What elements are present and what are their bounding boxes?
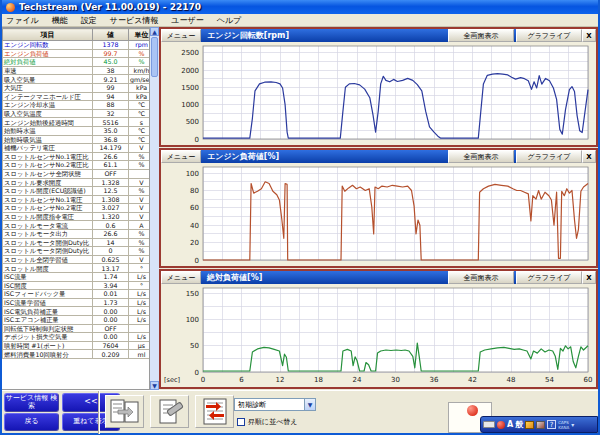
report-edit-icon[interactable]: [150, 395, 189, 428]
table-row[interactable]: 噴射時間 #1(ポート)7604μs: [3, 341, 151, 350]
scroll-thumb[interactable]: [151, 37, 158, 77]
table-row[interactable]: エンジン負荷値99.7%: [3, 49, 151, 58]
table-row[interactable]: ISCエアコン補正量0.00L/s: [3, 316, 151, 325]
ime-tools-icon[interactable]: [536, 421, 545, 429]
table-row[interactable]: デポジット損失空気量0.00L/s: [3, 333, 151, 342]
table-row[interactable]: スロットルモータ出力26.6%: [3, 230, 151, 239]
ime-pad-icon[interactable]: [525, 421, 534, 429]
table-cell-val: 0: [93, 247, 129, 256]
table-row[interactable]: 車速38km/h: [3, 66, 151, 75]
bottom-bar: サービス情報 検索 << 戻る 重ねて表示 初期診断 ▼ 昇順に並べ替え A: [2, 390, 598, 433]
table-cell-val: 14: [93, 238, 129, 247]
ime-conversion-mode[interactable]: 般: [515, 419, 523, 430]
ime-language-bar[interactable]: A 般 ? CAPS KANA ▾: [480, 416, 598, 433]
chart-menu-button[interactable]: メニュー: [161, 271, 201, 284]
table-row[interactable]: ISCフィードバック量0.01L/s: [3, 290, 151, 299]
table-scrollbar[interactable]: ▲ ▼: [150, 27, 159, 390]
table-row[interactable]: ISC流量1.74L/s: [3, 273, 151, 282]
table-row[interactable]: 始動時吸気温36.8℃: [3, 135, 151, 144]
table-row[interactable]: インテークマニホールド圧94kPa: [3, 92, 151, 101]
table-row[interactable]: 大気圧99kPa: [3, 83, 151, 92]
close-icon[interactable]: X: [582, 29, 596, 42]
fullscreen-button[interactable]: 全画面表示: [448, 271, 514, 284]
graphlive-button[interactable]: グラフライブ: [516, 271, 582, 284]
table-row[interactable]: スロットルモータ閉側Duty比0%: [3, 247, 151, 256]
help-icon[interactable]: ?: [547, 420, 556, 429]
scroll-track[interactable]: [150, 36, 159, 381]
menu-item[interactable]: 設定: [81, 15, 97, 26]
back-button[interactable]: 戻る: [4, 413, 59, 431]
ime-status-icon[interactable]: [497, 421, 505, 429]
table-row[interactable]: スロットルモータ開側Duty比14%: [3, 238, 151, 247]
table-row[interactable]: スロットルセンサ全閉状態OFF: [3, 169, 151, 178]
table-cell-unit: gm/sec: [129, 75, 151, 84]
menu-item[interactable]: サービス情報: [110, 15, 159, 26]
table-cell-val: 0.625: [93, 255, 129, 264]
sort-ascending-checkbox[interactable]: [237, 418, 245, 426]
table-cell-val: 12.5: [93, 187, 129, 196]
table-row[interactable]: スロットルセンサNo.2電圧3.027V: [3, 204, 151, 213]
table-row[interactable]: ISC流量学習値1.73L/s: [3, 298, 151, 307]
table-cell-val: 14.179: [93, 144, 129, 153]
table-row[interactable]: スロットルセンサNo.2電圧比61.1%: [3, 161, 151, 170]
graphlive-button[interactable]: グラフライブ: [516, 150, 582, 163]
service-info-search-button[interactable]: サービス情報 検索: [4, 393, 59, 412]
svg-text:60: 60: [190, 204, 199, 212]
table-row[interactable]: スロットル開度13.17°: [3, 264, 151, 273]
table-cell-val: 88: [93, 101, 129, 110]
table-row[interactable]: 燃料消費量10回噴射分0.209ml: [3, 350, 151, 359]
table-row[interactable]: 回転低下時制御判定状態OFF: [3, 324, 151, 333]
scroll-down-icon[interactable]: ▼: [150, 381, 159, 390]
table-row[interactable]: 吸入空気量9.21gm/sec: [3, 75, 151, 84]
menu-item[interactable]: ヘルプ: [217, 15, 242, 26]
table-row[interactable]: スロットルセンサNo.1電圧1.308V: [3, 195, 151, 204]
table-row[interactable]: エンジン始動後経過時間5516s: [3, 118, 151, 127]
keyboard-icon[interactable]: [483, 421, 495, 428]
diagnosis-mode-dropdown[interactable]: 初期診断 ▼: [234, 398, 316, 411]
table-row[interactable]: スロットル要求開度1.328V: [3, 178, 151, 187]
table-row[interactable]: スロットル開度(ECU認識値)12.5%: [3, 187, 151, 196]
chart-menu-button[interactable]: メニュー: [161, 29, 201, 42]
close-icon[interactable]: X: [582, 150, 596, 163]
table-row[interactable]: スロットルセンサNo.1電圧比26.6%: [3, 152, 151, 161]
scroll-up-icon[interactable]: ▲: [150, 27, 159, 36]
kana-indicator: KANA: [558, 425, 569, 430]
fullscreen-button[interactable]: 全画面表示: [448, 29, 514, 42]
app-icon: [6, 3, 15, 12]
table-cell-val: 0.00: [93, 307, 129, 316]
ime-minimize-icon[interactable]: ▾: [571, 421, 574, 428]
table-cell-item: インテークマニホールド圧: [3, 92, 93, 101]
table-row[interactable]: 補機バッテリ電圧14.179V: [3, 144, 151, 153]
table-row[interactable]: ISC開度3.94°: [3, 281, 151, 290]
chevron-down-icon[interactable]: ▼: [304, 399, 315, 410]
ime-input-mode[interactable]: A: [507, 420, 513, 429]
chart-menu-button[interactable]: メニュー: [161, 150, 201, 163]
table-cell-val: 0.00: [93, 333, 129, 342]
table-row[interactable]: 始動時水温35.0℃: [3, 126, 151, 135]
compare-sort-icon[interactable]: [195, 395, 234, 428]
table-cell-val: 0.6: [93, 221, 129, 230]
table-cell-val: 26.6: [93, 152, 129, 161]
table-row[interactable]: エンジン冷却水温88℃: [3, 101, 151, 110]
list-document-icon[interactable]: [105, 395, 144, 428]
menu-item[interactable]: 機能: [52, 15, 68, 26]
table-row[interactable]: スロットル開度指令電圧1.320V: [3, 212, 151, 221]
table-row[interactable]: スロットルモータ電流0.6A: [3, 221, 151, 230]
table-cell-unit: ℃: [129, 109, 151, 118]
menu-item[interactable]: ユーザー: [171, 15, 203, 26]
table-row[interactable]: 吸入空気温度32℃: [3, 109, 151, 118]
menu-item[interactable]: ファイル: [6, 15, 39, 26]
svg-text:100: 100: [186, 316, 199, 324]
rpm-chart-plot: 05001000150020002500: [161, 42, 596, 145]
table-row[interactable]: エンジン回転数1378rpm: [3, 41, 151, 50]
fullscreen-button[interactable]: 全画面表示: [448, 150, 514, 163]
data-list-panel: 項目 値 単位 エンジン回転数1378rpmエンジン負荷値99.7%絶対負荷値4…: [2, 27, 150, 390]
graphlive-button[interactable]: グラフライブ: [516, 29, 582, 42]
table-row[interactable]: 絶対負荷値45.0%: [3, 58, 151, 67]
table-row[interactable]: ISC電気負荷補正量0.00L/s: [3, 307, 151, 316]
close-icon[interactable]: X: [582, 271, 596, 284]
chart-panel-absolute-load: メニュー 絶対負荷値[%] 全画面表示 グラフライブ X 05010015006…: [159, 269, 598, 389]
table-cell-val: 1.328: [93, 178, 129, 187]
svg-text:12: 12: [276, 376, 285, 384]
table-row[interactable]: スロットル全閉学習値0.625V: [3, 255, 151, 264]
